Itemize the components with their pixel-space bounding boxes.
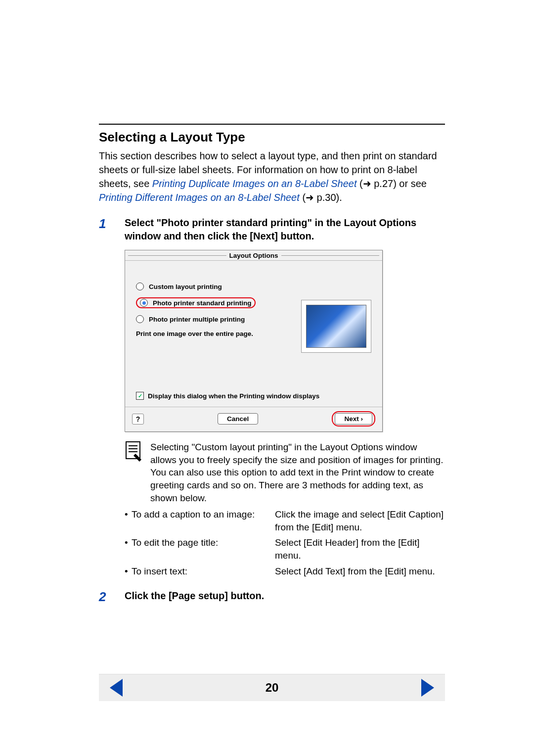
help-button[interactable]: ? [132,414,144,425]
xref-link-different[interactable]: Printing Different Images on an 8-Label … [99,192,300,203]
bullet-list: • To add a caption to an image: Click th… [125,508,445,577]
step-2-text: Click the [Page setup] button. [125,589,445,603]
checkbox-label: Display this dialog when the Printing wi… [148,392,319,400]
bullet-1-label: To add a caption to an image: [132,508,275,533]
note-icon [125,441,143,463]
next-page-button[interactable] [421,679,434,697]
step-1: 1 Select "Photo printer standard printin… [99,216,445,243]
title-rule [99,124,445,125]
checkbox-icon: ✓ [136,392,144,400]
radio-icon [140,299,148,307]
dialog-button-row: ? Cancel Next › [125,407,382,431]
bullet-3-label: To insert text: [132,565,275,578]
radio-icon [136,315,144,323]
callout-highlight: Photo printer standard printing [136,297,256,308]
xref-link-duplicate[interactable]: Printing Duplicate Images on an 8-Label … [152,178,357,189]
callout-highlight-next: Next › [332,411,375,426]
bullet-dot-icon: • [125,565,132,578]
bullet-dot-icon: • [125,536,132,562]
radio-label: Photo printer standard printing [153,299,252,307]
bullet-2-label: To edit the page title: [132,536,275,562]
bullet-2: • To edit the page title: Select [Edit H… [125,536,445,562]
next-button[interactable]: Next › [335,413,372,425]
bullet-3-value: Select [Add Text] from the [Edit] menu. [275,565,445,578]
radio-icon [136,283,144,290]
dialog-body: Custom layout printing Photo printer sta… [125,261,382,407]
bullet-dot-icon: • [125,508,132,533]
cancel-button[interactable]: Cancel [218,413,258,425]
note-block: Selecting "Custom layout printing" in th… [125,441,445,504]
radio-label: Photo printer multiple printing [149,316,245,323]
layout-options-dialog: Layout Options Custom layout printing Ph… [125,250,383,432]
intro-paragraph: This section describes how to select a l… [99,149,445,204]
dialog-title-bar: Layout Options [125,250,382,261]
preview-panel [301,300,371,353]
step-number-2: 2 [99,589,125,605]
radio-label: Custom layout printing [149,283,222,290]
step-2: 2 Click the [Page setup] button. [99,589,445,605]
bullet-1: • To add a caption to an image: Click th… [125,508,445,533]
note-text: Selecting "Custom layout printing" in th… [150,441,445,504]
step-number-1: 1 [99,216,125,232]
section-title: Selecting a Layout Type [99,130,445,145]
dialog-title: Layout Options [229,252,278,259]
intro-text-2: (➜ p.27) or see [359,178,427,189]
intro-text-3: (➜ p.30). [302,192,342,203]
radio-custom-layout[interactable]: Custom layout printing [136,283,371,290]
bullet-1-value: Click the image and select [Edit Caption… [275,508,445,533]
prev-page-button[interactable] [110,679,123,697]
bullet-3: • To insert text: Select [Add Text] from… [125,565,445,578]
document-page: Selecting a Layout Type This section des… [0,0,534,731]
page-number: 20 [266,681,279,695]
bullet-2-value: Select [Edit Header] from the [Edit] men… [275,536,445,562]
footer-nav: 20 [99,674,445,701]
show-dialog-checkbox[interactable]: ✓ Display this dialog when the Printing … [136,392,371,400]
preview-image [306,305,366,348]
step-1-text: Select "Photo printer standard printing"… [125,216,445,243]
